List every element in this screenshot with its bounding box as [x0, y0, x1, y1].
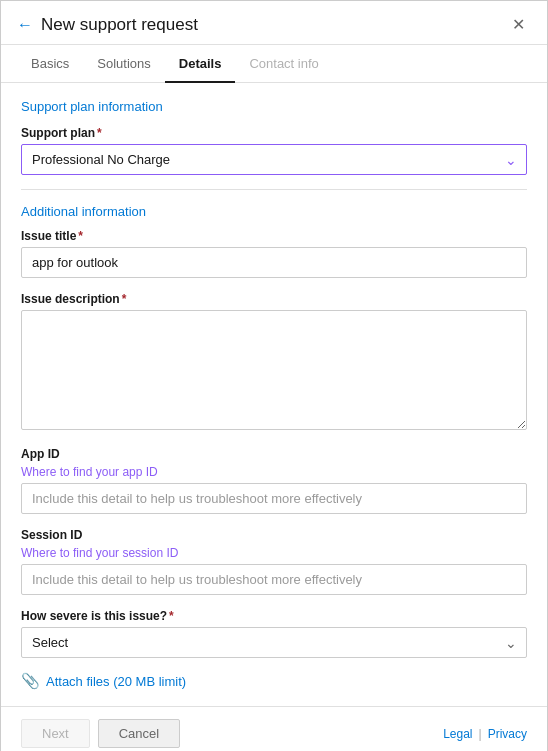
app-id-input[interactable] [21, 483, 527, 514]
severity-select[interactable]: Select Critical Moderate Minimal [21, 627, 527, 658]
cancel-button[interactable]: Cancel [98, 719, 180, 748]
footer-separator: | [479, 727, 482, 741]
footer-right: Legal | Privacy [443, 727, 527, 741]
window-title: New support request [41, 15, 198, 35]
title-bar-left: ← New support request [17, 15, 198, 35]
title-bar: ← New support request ✕ [1, 1, 547, 45]
support-plan-label: Support plan * [21, 126, 527, 140]
app-id-field: App ID Where to find your app ID [21, 447, 527, 514]
back-button[interactable]: ← [17, 16, 33, 34]
issue-description-textarea[interactable] [21, 310, 527, 430]
footer: Next Cancel Legal | Privacy [1, 706, 547, 751]
app-id-helper-link[interactable]: Where to find your app ID [21, 465, 527, 479]
issue-title-field: Issue title * [21, 229, 527, 278]
form-content: Support plan information Support plan * … [1, 83, 547, 706]
tab-solutions[interactable]: Solutions [83, 46, 164, 83]
next-button[interactable]: Next [21, 719, 90, 748]
privacy-link[interactable]: Privacy [488, 727, 527, 741]
legal-link[interactable]: Legal [443, 727, 472, 741]
tab-bar: Basics Solutions Details Contact info [1, 45, 547, 83]
severity-label: How severe is this issue? * [21, 609, 527, 623]
tab-basics[interactable]: Basics [17, 46, 83, 83]
severity-required: * [169, 609, 174, 623]
support-plan-section-title: Support plan information [21, 99, 527, 114]
support-request-window: ← New support request ✕ Basics Solutions… [0, 0, 548, 751]
issue-title-label: Issue title * [21, 229, 527, 243]
attach-files-label: Attach files (20 MB limit) [46, 674, 186, 689]
tab-details[interactable]: Details [165, 46, 236, 83]
attach-icon: 📎 [21, 672, 40, 690]
support-plan-field: Support plan * Professional No Charge Ba… [21, 126, 527, 175]
severity-select-wrapper: Select Critical Moderate Minimal ⌄ [21, 627, 527, 658]
session-id-label: Session ID [21, 528, 527, 542]
support-plan-required: * [97, 126, 102, 140]
additional-info-section-title: Additional information [21, 204, 527, 219]
support-plan-select-wrapper: Professional No Charge Basic Developer S… [21, 144, 527, 175]
issue-description-field: Issue description * [21, 292, 527, 433]
session-id-helper-link[interactable]: Where to find your session ID [21, 546, 527, 560]
session-id-field: Session ID Where to find your session ID [21, 528, 527, 595]
issue-description-required: * [122, 292, 127, 306]
tab-contact-info: Contact info [235, 46, 332, 83]
close-button[interactable]: ✕ [506, 13, 531, 36]
footer-left: Next Cancel [21, 719, 180, 748]
attach-files-row[interactable]: 📎 Attach files (20 MB limit) [21, 672, 527, 690]
app-id-label: App ID [21, 447, 527, 461]
severity-field: How severe is this issue? * Select Criti… [21, 609, 527, 658]
divider-1 [21, 189, 527, 190]
session-id-input[interactable] [21, 564, 527, 595]
support-plan-select[interactable]: Professional No Charge Basic Developer S… [21, 144, 527, 175]
issue-title-input[interactable] [21, 247, 527, 278]
issue-title-required: * [78, 229, 83, 243]
issue-description-label: Issue description * [21, 292, 527, 306]
